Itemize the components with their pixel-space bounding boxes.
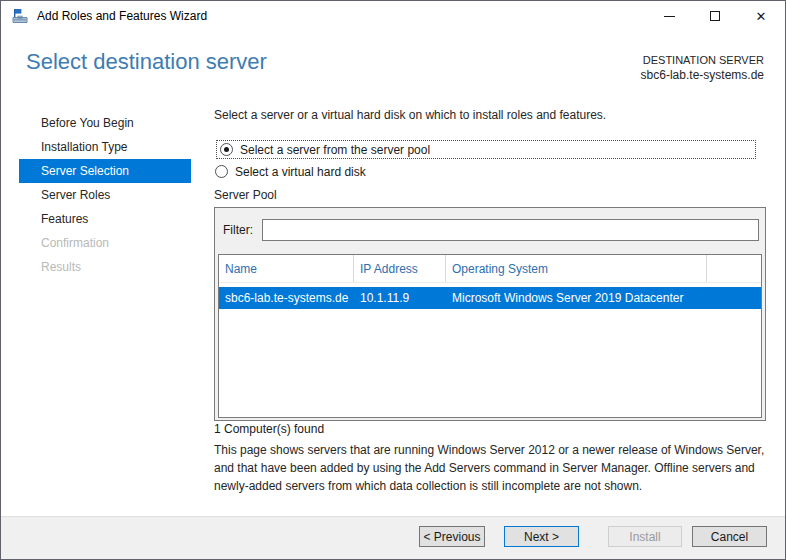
wizard-window: Add Roles and Features Wizard ✕ Select d…: [0, 0, 786, 560]
column-header-operating-system[interactable]: Operating System: [446, 255, 707, 282]
server-table-header: Name IP Address Operating System: [219, 255, 761, 283]
server-table: Name IP Address Operating System sbc6-la…: [218, 254, 762, 418]
radio-selected-icon: [220, 143, 233, 156]
radio-server-pool[interactable]: Select a server from the server pool: [216, 140, 756, 159]
cell-server-name: sbc6-lab.te-systems.de: [219, 287, 354, 309]
filter-row: Filter:: [223, 219, 759, 241]
nav-item-server-selection[interactable]: Server Selection: [19, 159, 191, 183]
maximize-button[interactable]: [692, 1, 738, 31]
intro-text: Select a server or a virtual hard disk o…: [214, 108, 606, 122]
page-title: Select destination server: [26, 49, 267, 75]
server-pool-box: Filter: Name IP Address Operating System…: [214, 207, 766, 421]
filter-input[interactable]: [262, 219, 759, 241]
minimize-icon: [664, 16, 675, 17]
minimize-button[interactable]: [646, 1, 692, 31]
computers-found-text: 1 Computer(s) found: [214, 422, 324, 436]
footer-bar: < Previous Next > Install Cancel: [1, 516, 785, 559]
maximize-icon: [710, 11, 720, 21]
install-button: Install: [608, 526, 682, 547]
nav-item-results: Results: [19, 255, 191, 279]
window-title: Add Roles and Features Wizard: [37, 9, 207, 23]
nav-item-server-roles[interactable]: Server Roles: [19, 183, 191, 207]
filter-label: Filter:: [223, 223, 253, 237]
titlebar: Add Roles and Features Wizard ✕: [1, 1, 785, 31]
column-header-spacer: [707, 255, 761, 282]
cell-server-os: Microsoft Windows Server 2019 Datacenter: [446, 287, 707, 309]
destination-server-block: DESTINATION SERVER sbc6-lab.te-systems.d…: [641, 53, 764, 83]
nav-item-features[interactable]: Features: [19, 207, 191, 231]
radio-server-pool-label: Select a server from the server pool: [240, 143, 430, 157]
close-icon: ✕: [756, 9, 767, 24]
cell-server-ip: 10.1.11.9: [354, 287, 446, 309]
previous-button[interactable]: < Previous: [419, 526, 485, 547]
nav-item-before-you-begin[interactable]: Before You Begin: [19, 111, 191, 135]
column-header-ip-address[interactable]: IP Address: [354, 255, 446, 282]
page-description: This page shows servers that are running…: [214, 441, 782, 495]
radio-virtual-hard-disk[interactable]: Select a virtual hard disk: [214, 162, 754, 181]
table-row-server[interactable]: sbc6-lab.te-systems.de 10.1.11.9 Microso…: [219, 287, 761, 309]
column-header-name[interactable]: Name: [219, 255, 354, 282]
nav-item-installation-type[interactable]: Installation Type: [19, 135, 191, 159]
wizard-icon: [12, 8, 28, 24]
radio-unselected-icon: [215, 165, 228, 178]
destination-server-label: DESTINATION SERVER: [641, 53, 764, 68]
close-button[interactable]: ✕: [738, 1, 784, 31]
cancel-button[interactable]: Cancel: [692, 526, 767, 547]
radio-virtual-hard-disk-label: Select a virtual hard disk: [235, 165, 366, 179]
server-pool-label: Server Pool: [214, 188, 277, 202]
window-controls: ✕: [646, 1, 784, 31]
nav-item-confirmation: Confirmation: [19, 231, 191, 255]
next-button[interactable]: Next >: [504, 526, 579, 547]
cell-spacer: [707, 287, 761, 309]
wizard-nav: Before You Begin Installation Type Serve…: [19, 111, 191, 279]
destination-server-name: sbc6-lab.te-systems.de: [641, 68, 764, 83]
